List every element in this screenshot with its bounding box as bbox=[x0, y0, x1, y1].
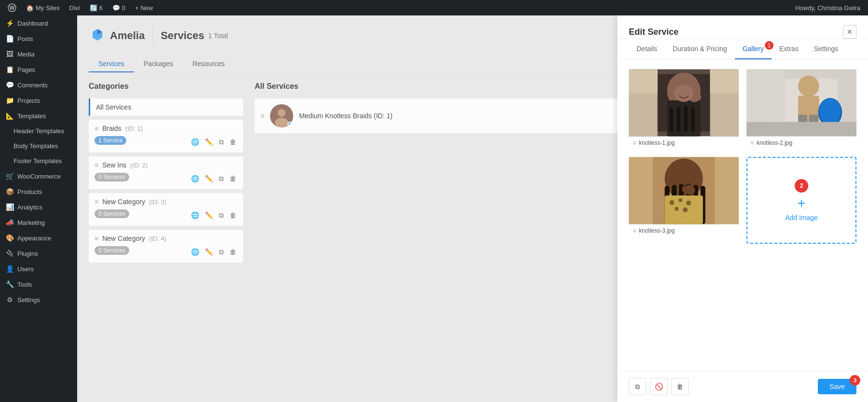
edit-icon[interactable]: ✏️ bbox=[204, 137, 214, 147]
globe-icon[interactable]: 🌐 bbox=[190, 247, 200, 257]
sidebar-item-woocommerce[interactable]: 🛒 WooCommerce bbox=[0, 168, 77, 184]
globe-icon[interactable]: 🌐 bbox=[190, 210, 200, 220]
sidebar: ⚡ Dashboard 📄 Posts 🖼 Media 📋 Pages 💬 Co… bbox=[0, 15, 77, 402]
wp-logo[interactable]: W bbox=[4, 0, 20, 15]
image-drag-handle[interactable]: ≡ bbox=[750, 139, 754, 146]
svg-point-43 bbox=[669, 200, 674, 205]
tab-settings[interactable]: Settings bbox=[806, 39, 846, 59]
greeting: Howdy, Christina Gwira bbox=[791, 0, 864, 15]
delete-icon[interactable]: 🗑 bbox=[229, 174, 237, 183]
admin-bar: W 🏠 My Sites Divi 🔄 6 💬 0 + New Howdy, C… bbox=[0, 0, 868, 15]
drag-handle-icon[interactable]: ≡ bbox=[95, 198, 98, 206]
gallery-tab-badge: 1 bbox=[765, 41, 773, 50]
sidebar-item-posts[interactable]: 📄 Posts bbox=[0, 31, 77, 46]
eye-off-icon: 🚫 bbox=[655, 383, 663, 390]
category-id: (ID: 3) bbox=[149, 198, 166, 206]
delete-icon[interactable]: 🗑 bbox=[229, 137, 237, 147]
drag-handle-icon[interactable]: ≡ bbox=[95, 125, 98, 132]
globe-icon[interactable]: 🌐 bbox=[190, 174, 200, 183]
tab-gallery[interactable]: Gallery 1 bbox=[735, 39, 772, 59]
svg-point-45 bbox=[686, 201, 691, 206]
category-actions: 🌐 ✏️ ⧉ 🗑 bbox=[190, 210, 237, 221]
my-sites[interactable]: 🏠 My Sites bbox=[22, 0, 64, 15]
svg-text:W: W bbox=[10, 5, 15, 11]
drag-handle-icon[interactable]: ≡ bbox=[95, 161, 98, 169]
category-header: ≡ Braids (ID: 1) bbox=[95, 125, 237, 132]
tab-services[interactable]: Services bbox=[89, 56, 134, 72]
service-name: Medium Knotless Braids (ID: 1) bbox=[299, 112, 393, 120]
sidebar-item-plugins[interactable]: 🔌 Plugins bbox=[0, 246, 77, 261]
image-drag-handle[interactable]: ≡ bbox=[633, 139, 636, 146]
comments-icon: 💬 bbox=[112, 4, 120, 12]
sidebar-item-tools[interactable]: 🔧 Tools bbox=[0, 277, 77, 292]
add-image-badge: 2 bbox=[795, 179, 808, 193]
edit-tabs: Details Duration & Pricing Gallery 1 Ext… bbox=[617, 39, 868, 59]
sidebar-item-marketing[interactable]: 📣 Marketing bbox=[0, 215, 77, 230]
sidebar-item-settings[interactable]: ⚙ Settings bbox=[0, 292, 77, 307]
gallery-item: ≡ knotless-2.jpg bbox=[746, 69, 856, 149]
sidebar-item-projects[interactable]: 📁 Projects bbox=[0, 93, 77, 108]
category-all-services[interactable]: All Services bbox=[89, 98, 243, 116]
gallery-label: ≡ knotless-1.jpg bbox=[629, 137, 739, 149]
edit-icon[interactable]: ✏️ bbox=[204, 174, 214, 183]
tab-packages[interactable]: Packages bbox=[134, 56, 183, 72]
copy-icon[interactable]: ⧉ bbox=[218, 174, 225, 184]
duplicate-button[interactable]: ⧉ bbox=[629, 378, 646, 395]
tab-extras[interactable]: Extras bbox=[772, 39, 806, 59]
category-actions: 🌐 ✏️ ⧉ 🗑 bbox=[190, 174, 237, 184]
edit-panel-title: Edit Service bbox=[629, 27, 678, 37]
new-item[interactable]: + New bbox=[131, 0, 157, 15]
media-icon: 🖼 bbox=[6, 50, 14, 58]
svg-rect-15 bbox=[691, 107, 695, 132]
delete-icon[interactable]: 🗑 bbox=[229, 210, 237, 220]
sidebar-item-header-templates[interactable]: Header Templates bbox=[0, 124, 77, 139]
svg-rect-31 bbox=[746, 69, 785, 122]
category-actions: 🌐 ✏️ ⧉ 🗑 bbox=[190, 137, 237, 147]
edit-icon[interactable]: ✏️ bbox=[204, 247, 214, 257]
sidebar-item-body-templates[interactable]: Body Templates bbox=[0, 139, 77, 153]
comments-item[interactable]: 💬 0 bbox=[108, 0, 129, 15]
category-badge: 1 Service bbox=[95, 136, 126, 145]
visibility-button[interactable]: 🚫 bbox=[650, 378, 667, 395]
sidebar-item-media[interactable]: 🖼 Media bbox=[0, 46, 77, 62]
sidebar-item-users[interactable]: 👤 Users bbox=[0, 261, 77, 277]
copy-icon[interactable]: ⧉ bbox=[218, 247, 225, 257]
edit-icon[interactable]: ✏️ bbox=[204, 210, 214, 220]
gallery-photo-3 bbox=[629, 157, 739, 224]
sidebar-item-footer-templates[interactable]: Footer Templates bbox=[0, 153, 77, 168]
drag-handle-icon[interactable]: ≡ bbox=[95, 235, 98, 242]
gallery-photo-1 bbox=[629, 69, 739, 137]
category-name: Sew Ins bbox=[102, 161, 126, 169]
delete-icon[interactable]: 🗑 bbox=[229, 247, 237, 257]
category-actions: 🌐 ✏️ ⧉ 🗑 bbox=[190, 247, 237, 257]
sidebar-item-analytics[interactable]: 📊 Analytics bbox=[0, 199, 77, 215]
globe-icon[interactable]: 🌐 bbox=[190, 137, 200, 147]
tab-details[interactable]: Details bbox=[629, 39, 665, 59]
sidebar-item-appearance[interactable]: 🎨 Appearance bbox=[0, 230, 77, 246]
category-item: ≡ New Category (ID: 3) 0 Services 🌐 ✏️ ⧉… bbox=[89, 193, 243, 226]
woocommerce-icon: 🛒 bbox=[6, 172, 14, 180]
divi-item[interactable]: Divi bbox=[66, 0, 84, 15]
image-drag-handle[interactable]: ≡ bbox=[633, 227, 636, 234]
tab-resources[interactable]: Resources bbox=[183, 56, 234, 72]
category-header: ≡ Sew Ins (ID: 2) bbox=[95, 161, 237, 169]
logo-divider bbox=[152, 28, 153, 43]
sidebar-item-templates[interactable]: 📐 Templates bbox=[0, 108, 77, 124]
tab-duration-pricing[interactable]: Duration & Pricing bbox=[665, 39, 735, 59]
copy-icon[interactable]: ⧉ bbox=[218, 137, 225, 147]
copy-icon[interactable]: ⧉ bbox=[218, 210, 225, 221]
svg-point-24 bbox=[798, 75, 819, 97]
close-button[interactable]: ✕ bbox=[843, 25, 856, 39]
sidebar-item-dashboard[interactable]: ⚡ Dashboard bbox=[0, 15, 77, 31]
svg-point-29 bbox=[820, 98, 841, 125]
service-drag-handle[interactable]: ≡ bbox=[260, 112, 264, 120]
updates-item[interactable]: 🔄 6 bbox=[86, 0, 107, 15]
avatar bbox=[270, 104, 293, 127]
sidebar-item-comments[interactable]: 💬 Comments bbox=[0, 77, 77, 93]
sidebar-item-pages[interactable]: 📋 Pages bbox=[0, 62, 77, 77]
projects-icon: 📁 bbox=[6, 97, 14, 104]
sidebar-item-products[interactable]: 📦 Products bbox=[0, 184, 77, 199]
add-image-button[interactable]: 2 + Add Image bbox=[746, 157, 856, 244]
categories-title: Categories bbox=[89, 82, 243, 91]
delete-service-button[interactable]: 🗑 bbox=[671, 378, 689, 395]
